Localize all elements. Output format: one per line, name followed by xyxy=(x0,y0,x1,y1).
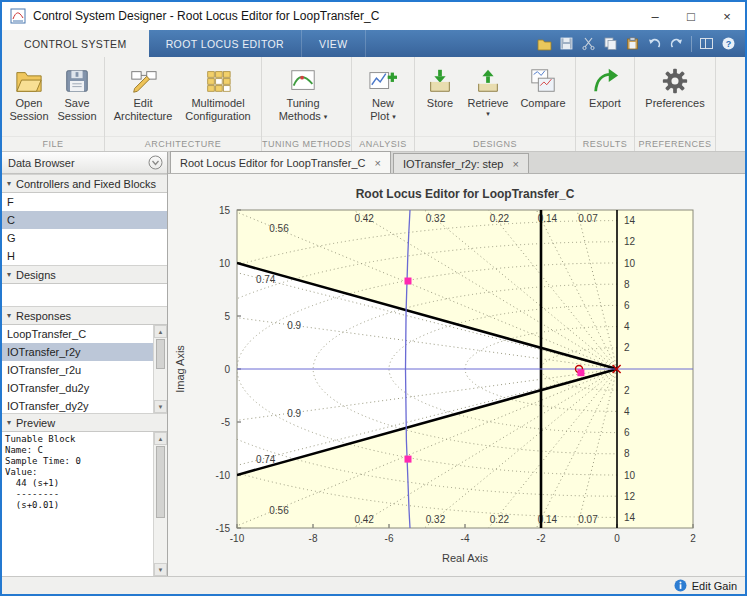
open-folder-icon xyxy=(14,64,44,97)
block-item-f[interactable]: F xyxy=(2,193,167,211)
scroll-down-icon[interactable]: ▼ xyxy=(154,400,167,413)
doc-tab-root-locus[interactable]: Root Locus Editor for LoopTransfer_C × xyxy=(170,151,391,173)
scroll-thumb[interactable] xyxy=(156,339,165,369)
status-bar: Edit Gain xyxy=(2,576,745,594)
svg-text:0.74: 0.74 xyxy=(256,454,276,465)
layout-icon[interactable] xyxy=(699,36,714,51)
section-label: Preview xyxy=(16,417,55,429)
tab-view[interactable]: VIEW xyxy=(302,30,365,57)
button-label: Open xyxy=(16,97,43,110)
responses-list: LoopTransfer_CIOTransfer_r2yIOTransfer_r… xyxy=(2,325,153,413)
response-item-iotransfer_dy2y[interactable]: IOTransfer_dy2y xyxy=(2,397,153,413)
tab-root-locus-editor[interactable]: ROOT LOCUS EDITOR xyxy=(149,30,302,57)
block-item-c[interactable]: C xyxy=(2,211,167,229)
maximize-button[interactable]: □ xyxy=(673,2,709,30)
open-icon[interactable] xyxy=(537,36,552,51)
store-button[interactable]: Store xyxy=(418,60,462,136)
help-icon[interactable]: ? xyxy=(721,36,736,51)
status-message: Edit Gain xyxy=(692,580,737,592)
save-icon[interactable] xyxy=(559,36,574,51)
ribbon-section-label: ANALYSIS xyxy=(352,136,414,151)
tuning-chart-icon xyxy=(288,64,318,97)
svg-text:-4: -4 xyxy=(461,533,470,544)
dropdown-caret-icon: ▾ xyxy=(486,110,490,118)
response-item-iotransfer_r2u[interactable]: IOTransfer_r2u xyxy=(2,361,153,379)
edit-architecture-icon xyxy=(128,64,158,97)
svg-text:0.9: 0.9 xyxy=(287,320,301,331)
svg-text:?: ? xyxy=(726,39,732,49)
scroll-up-icon[interactable]: ▲ xyxy=(154,325,167,338)
svg-text:0.32: 0.32 xyxy=(426,213,446,224)
cut-icon[interactable] xyxy=(581,36,596,51)
ribbon-section-label: TUNING METHODS xyxy=(262,136,351,151)
svg-text:-10: -10 xyxy=(216,470,231,481)
dropdown-caret-icon: ▾ xyxy=(324,113,328,121)
section-label: Controllers and Fixed Blocks xyxy=(16,178,156,190)
compare-button[interactable]: Compare xyxy=(514,60,572,136)
multimodel-configuration-button[interactable]: Multimodel Configuration xyxy=(178,60,258,136)
section-label: Designs xyxy=(16,269,56,281)
panel-menu-icon[interactable] xyxy=(148,155,163,170)
section-header-designs[interactable]: ▾ Designs xyxy=(2,265,167,284)
dropdown-caret-icon: ▾ xyxy=(392,113,396,121)
export-button[interactable]: Export xyxy=(579,60,631,136)
scroll-thumb[interactable] xyxy=(156,446,165,518)
block-item-g[interactable]: G xyxy=(2,229,167,247)
svg-text:4: 4 xyxy=(624,406,630,417)
close-tab-icon[interactable]: × xyxy=(374,157,380,169)
svg-text:0.74: 0.74 xyxy=(256,274,276,285)
svg-text:0.42: 0.42 xyxy=(354,213,374,224)
plot-area: 0.070.070.140.140.220.220.320.320.420.42… xyxy=(168,174,745,576)
preview-scrollbar[interactable]: ▲ ▼ xyxy=(153,432,167,576)
preferences-button[interactable]: Preferences xyxy=(638,60,712,136)
svg-text:6: 6 xyxy=(624,300,630,311)
paste-icon[interactable] xyxy=(625,36,640,51)
tuning-methods-button[interactable]: Tuning Methods▾ xyxy=(265,60,341,136)
save-session-button[interactable]: Save Session xyxy=(53,60,101,136)
close-tab-icon[interactable]: × xyxy=(512,158,518,170)
scroll-up-icon[interactable]: ▲ xyxy=(154,432,167,445)
section-header-preview[interactable]: ▾ Preview xyxy=(2,413,167,432)
svg-text:12: 12 xyxy=(624,236,636,247)
doc-tab-label: Root Locus Editor for LoopTransfer_C xyxy=(180,157,365,169)
collapse-icon: ▾ xyxy=(7,311,11,320)
copy-icon[interactable] xyxy=(603,36,618,51)
tab-control-system[interactable]: CONTROL SYSTEM xyxy=(2,30,149,57)
ribbon-section-file: Open Session Save Session FILE xyxy=(2,57,105,151)
responses-scrollbar[interactable]: ▲ ▼ xyxy=(153,325,167,413)
ribbon-section-label: FILE xyxy=(2,136,104,151)
button-label: Store xyxy=(427,97,453,110)
close-button[interactable]: × xyxy=(709,2,745,30)
svg-text:-8: -8 xyxy=(309,533,318,544)
button-label: Preferences xyxy=(645,97,704,110)
svg-text:Imag Axis: Imag Axis xyxy=(174,345,186,393)
edit-architecture-button[interactable]: Edit Architecture xyxy=(108,60,178,136)
doc-tab-step-response[interactable]: IOTransfer_r2y: step × xyxy=(393,153,529,173)
redo-icon[interactable] xyxy=(669,36,684,51)
response-item-iotransfer_r2y[interactable]: IOTransfer_r2y xyxy=(2,343,153,361)
new-plot-button[interactable]: New Plot▾ xyxy=(355,60,411,136)
button-label: Multimodel xyxy=(191,97,244,110)
ribbon-section-preferences: Preferences PREFERENCES xyxy=(635,57,716,151)
svg-text:0.32: 0.32 xyxy=(426,514,446,525)
minimize-button[interactable]: – xyxy=(637,2,673,30)
svg-text:2: 2 xyxy=(624,385,630,396)
block-item-h[interactable]: H xyxy=(2,247,167,265)
retrieve-button[interactable]: Retrieve ▾ xyxy=(462,60,514,136)
response-item-looptransfer_c[interactable]: LoopTransfer_C xyxy=(2,325,153,343)
svg-text:0.22: 0.22 xyxy=(490,514,510,525)
svg-text:0: 0 xyxy=(614,533,620,544)
undo-icon[interactable] xyxy=(647,36,662,51)
root-locus-plot[interactable]: 0.070.070.140.140.220.220.320.320.420.42… xyxy=(168,174,744,576)
section-header-blocks[interactable]: ▾ Controllers and Fixed Blocks xyxy=(2,174,167,193)
scroll-down-icon[interactable]: ▼ xyxy=(154,563,167,576)
svg-text:2: 2 xyxy=(624,342,630,353)
svg-text:Root Locus Editor for LoopTran: Root Locus Editor for LoopTransfer_C xyxy=(356,187,575,201)
svg-text:-6: -6 xyxy=(385,533,394,544)
section-header-responses[interactable]: ▾ Responses xyxy=(2,306,167,325)
button-label: New xyxy=(372,97,394,110)
doc-tab-label: IOTransfer_r2y: step xyxy=(403,158,503,170)
response-item-iotransfer_du2y[interactable]: IOTransfer_du2y xyxy=(2,379,153,397)
button-label: Methods xyxy=(279,110,321,123)
open-session-button[interactable]: Open Session xyxy=(5,60,53,136)
